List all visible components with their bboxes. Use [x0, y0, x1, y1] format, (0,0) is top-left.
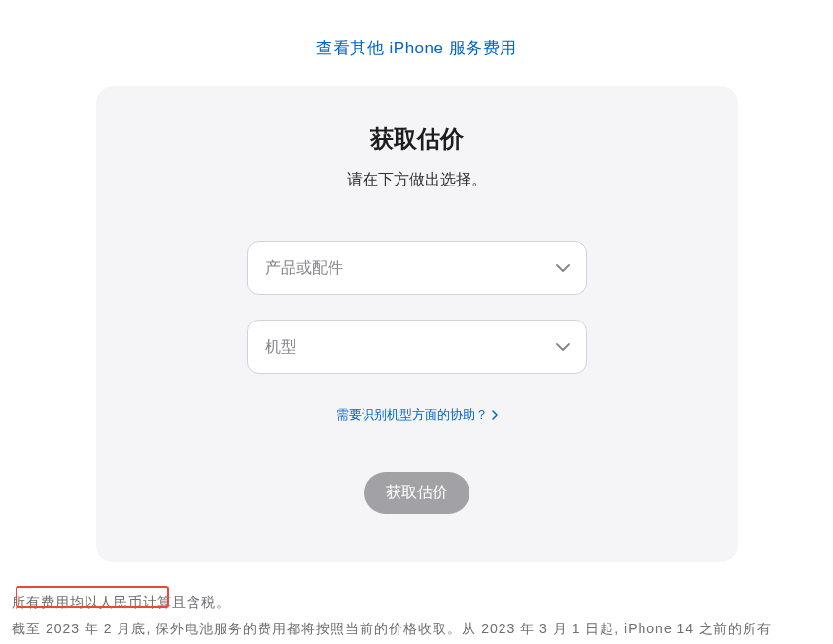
product-select[interactable]: 产品或配件 — [247, 241, 587, 295]
other-services-link[interactable]: 查看其他 iPhone 服务费用 — [316, 39, 516, 57]
card-subtitle: 请在下方做出选择。 — [135, 170, 699, 190]
get-estimate-button[interactable]: 获取估价 — [364, 472, 469, 514]
footer-note-currency: 所有费用均以人民币计算且含税。 — [12, 590, 821, 616]
model-select-wrap: 机型 — [247, 320, 587, 374]
chevron-right-icon — [492, 410, 498, 420]
product-select-wrap: 产品或配件 — [247, 241, 587, 295]
footer-note-price-change: 截至 2023 年 2 月底, 保外电池服务的费用都将按照当前的价格收取。从 2… — [12, 616, 821, 644]
help-link-label: 需要识别机型方面的协助？ — [336, 406, 488, 424]
footer-notes: 所有费用均以人民币计算且含税。 截至 2023 年 2 月底, 保外电池服务的费… — [0, 562, 833, 644]
identify-model-help-link[interactable]: 需要识别机型方面的协助？ — [336, 406, 498, 424]
top-link-container: 查看其他 iPhone 服务费用 — [0, 0, 833, 86]
model-select[interactable]: 机型 — [247, 320, 587, 374]
card-title: 获取估价 — [135, 123, 699, 154]
estimate-card: 获取估价 请在下方做出选择。 产品或配件 机型 需要识别机型方面的协助？ 获取估… — [96, 86, 738, 562]
